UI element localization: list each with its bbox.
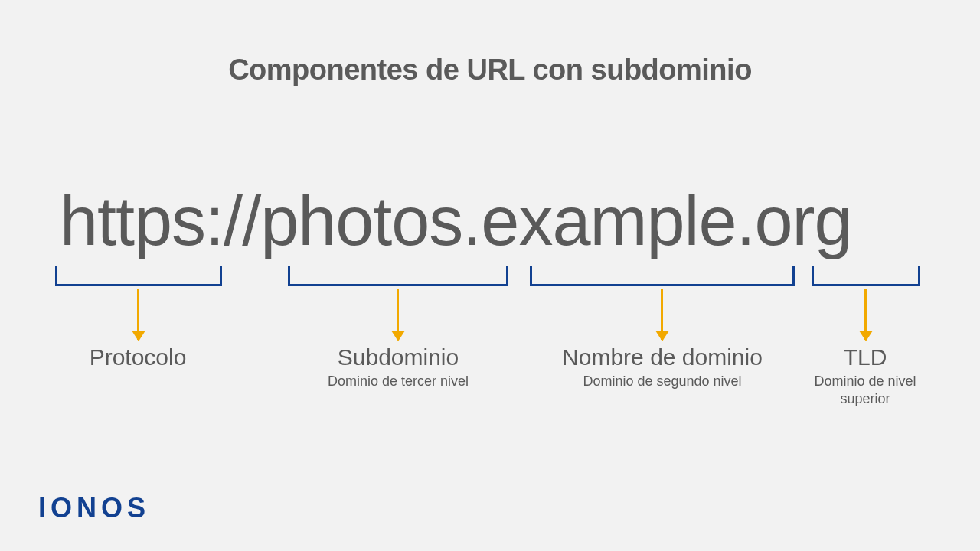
label-subdomain: Subdominio Dominio de tercer nivel bbox=[306, 344, 490, 390]
arrow-subdomain bbox=[397, 289, 399, 340]
bracket-protocol bbox=[55, 266, 222, 286]
arrow-protocol bbox=[137, 289, 139, 340]
label-tld-main: TLD bbox=[796, 344, 934, 370]
url-text: https://photos.example.org bbox=[60, 182, 852, 261]
arrow-domain bbox=[661, 289, 663, 340]
bracket-domain bbox=[530, 266, 795, 286]
bracket-tld bbox=[812, 266, 920, 286]
label-domain: Nombre de dominio Dominio de segundo niv… bbox=[559, 344, 766, 390]
label-domain-sub: Dominio de segundo nivel bbox=[559, 373, 766, 390]
label-tld-sub: Dominio de nivel superior bbox=[796, 373, 934, 407]
label-subdomain-sub: Dominio de tercer nivel bbox=[306, 373, 490, 390]
label-domain-main: Nombre de dominio bbox=[559, 344, 766, 370]
label-tld: TLD Dominio de nivel superior bbox=[796, 344, 934, 407]
bracket-subdomain bbox=[288, 266, 508, 286]
label-protocol: Protocolo bbox=[61, 344, 214, 373]
label-subdomain-main: Subdominio bbox=[306, 344, 490, 370]
label-protocol-main: Protocolo bbox=[61, 344, 214, 370]
diagram-title: Componentes de URL con subdominio bbox=[0, 54, 980, 86]
arrow-tld bbox=[864, 289, 867, 340]
brand-logo: IONOS bbox=[38, 492, 150, 524]
